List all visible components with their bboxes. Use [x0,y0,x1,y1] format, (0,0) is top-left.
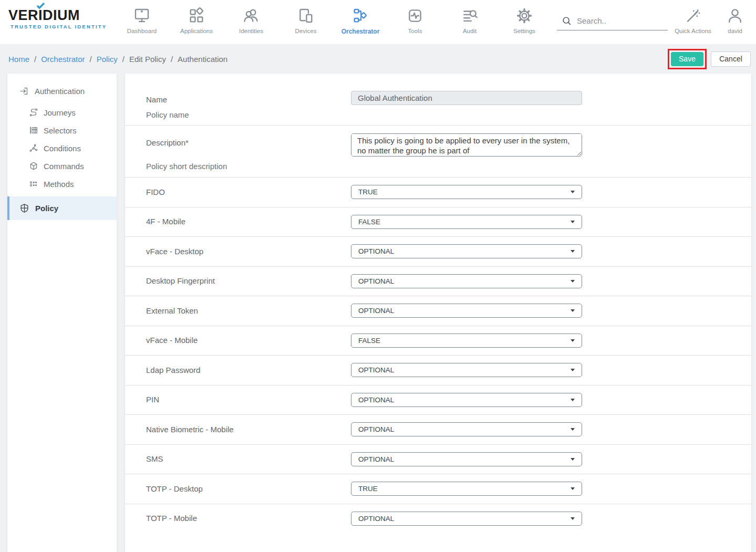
sidebar-item-conditions[interactable]: Conditions [7,139,117,157]
route-icon [29,108,38,117]
people-icon [242,5,260,26]
top-navbar: VERIDIUM TRUSTED DIGITAL IDENTITY Dashbo… [0,0,756,44]
sidebar-item-methods[interactable]: Methods [7,175,117,193]
breadcrumb-orchestrator[interactable]: Orchestrator [41,55,85,64]
devices-icon [297,5,315,26]
breadcrumb-bar: Home / Orchestrator / Policy / Edit Poli… [0,44,756,74]
chevron-down-icon [571,221,575,223]
sidebar-item-label: Journeys [44,108,76,117]
select-pin[interactable]: OPTIONAL [351,393,582,407]
method-row-native-biometric-mobile: Native Biometric - Mobile OPTIONAL [125,414,751,444]
sidebar-item-label: Selectors [44,126,77,135]
select-native-biometric-mobile[interactable]: OPTIONAL [351,422,582,436]
chevron-down-icon [571,487,575,490]
chevron-down-icon [571,250,575,253]
method-row-totp-mobile: TOTP - Mobile OPTIONAL [125,504,751,534]
select-sms[interactable]: OPTIONAL [351,452,582,466]
nav-item-applications[interactable]: Applications [169,0,224,44]
nav-item-settings[interactable]: Settings [497,0,552,44]
nav-label: Devices [295,28,317,34]
breadcrumb-separator: / [171,55,173,64]
select-totp-mobile[interactable]: OPTIONAL [351,512,582,526]
user-avatar-icon [726,5,744,26]
app-squares-icon [188,5,205,26]
pulse-box-icon [406,5,424,26]
nav-label: Dashboard [127,28,157,34]
search-icon [561,15,573,27]
breadcrumb-home[interactable]: Home [8,55,29,64]
nav-item-audit[interactable]: Audit [442,0,497,44]
method-row-ldap-password: Ldap Password OPTIONAL [125,355,751,385]
select-desktop-fingerprint[interactable]: OPTIONAL [351,274,582,288]
nav-item-orchestrator[interactable]: Orchestrator [333,0,388,44]
method-label: TOTP - Desktop [146,484,203,493]
method-row-external-token: External Token OPTIONAL [125,296,751,326]
policy-name-input[interactable] [351,91,582,105]
method-label: Native Biometric - Mobile [146,425,234,434]
method-label: 4F - Mobile [146,217,185,226]
sidebar-item-selectors[interactable]: Selectors [7,121,117,139]
description-helper: Policy short description [146,162,351,171]
select-totp-desktop[interactable]: TRUE [351,482,582,496]
breadcrumb-separator: / [122,55,125,64]
breadcrumb-edit-policy: Edit Policy [129,55,166,64]
logo-tagline: TRUSTED DIGITAL IDENTITY [8,24,97,29]
search-field[interactable] [557,12,668,30]
name-helper: Policy name [146,110,351,119]
veridium-logo[interactable]: VERIDIUM TRUSTED DIGITAL IDENTITY [8,7,97,44]
list-search-icon [461,5,479,26]
nav-item-tools[interactable]: Tools [388,0,442,44]
sidebar-item-authentication[interactable]: Authentication [7,79,117,103]
chevron-down-icon [571,428,575,431]
method-row-vface-mobile: vFace - Mobile FALSE [125,326,751,356]
nav-item-devices[interactable]: Devices [278,0,333,44]
method-row-fido: FIDO TRUE [125,177,751,207]
nav-label: Applications [180,28,213,34]
logo-wordmark: VERIDIUM [8,7,97,23]
policy-description-textarea[interactable]: This policy is going to be applied to ev… [351,133,582,157]
nav-item-identities[interactable]: Identities [224,0,278,44]
sidebar-section-label: Authentication [35,87,85,96]
quick-actions-label: Quick Actions [675,28,711,34]
breadcrumb-policy[interactable]: Policy [97,55,118,64]
login-icon [19,86,29,96]
save-button[interactable]: Save [671,52,703,66]
method-label: Desktop Fingerprint [146,276,215,285]
nav-item-dashboard[interactable]: Dashboard [115,0,169,44]
select-vface-desktop[interactable]: OPTIONAL [351,244,582,258]
magic-wand-icon [684,5,702,26]
sidebar-item-commands[interactable]: Commands [7,157,117,175]
method-label: TOTP - Mobile [146,514,197,523]
content-area: Authentication Journeys Selectors Condit… [0,74,756,552]
save-highlight-annotation: Save [668,49,707,69]
breadcrumb: Home / Orchestrator / Policy / Edit Poli… [8,55,227,64]
method-row-desktop-fingerprint: Desktop Fingerprint OPTIONAL [125,266,751,296]
nav-label: Tools [408,28,422,34]
method-row-pin: PIN OPTIONAL [125,385,751,415]
method-label: PIN [146,395,159,404]
chevron-down-icon [571,458,575,461]
name-label: Name [146,95,351,104]
select-vface-mobile[interactable]: FALSE [351,334,582,348]
method-row-vface-desktop: vFace - Desktop OPTIONAL [125,236,751,266]
method-row-totp-desktop: TOTP - Desktop TRUE [125,474,751,504]
policy-form: Name Policy name Description* Policy sho… [125,74,751,552]
sidebar-item-policy[interactable]: Policy [7,196,117,220]
sidebar-item-journeys[interactable]: Journeys [7,103,117,121]
select-4f-mobile[interactable]: FALSE [351,215,582,229]
sidebar-active-label: Policy [35,204,58,213]
chevron-down-icon [571,369,575,371]
method-row-sms: SMS OPTIONAL [125,444,751,474]
main-nav: Dashboard Applications Identities Device… [115,0,552,44]
breadcrumb-authentication: Authentication [178,55,227,64]
select-ldap-password[interactable]: OPTIONAL [351,363,582,377]
quick-actions-button[interactable]: Quick Actions [668,0,718,44]
select-fido[interactable]: TRUE [351,185,582,199]
chevron-down-icon [571,191,575,193]
user-menu[interactable]: david [718,0,752,44]
search-input[interactable] [577,16,656,25]
user-name-label: david [728,28,742,34]
select-external-token[interactable]: OPTIONAL [351,304,582,318]
logo-check-icon [36,3,45,9]
cancel-button[interactable]: Cancel [711,51,751,67]
